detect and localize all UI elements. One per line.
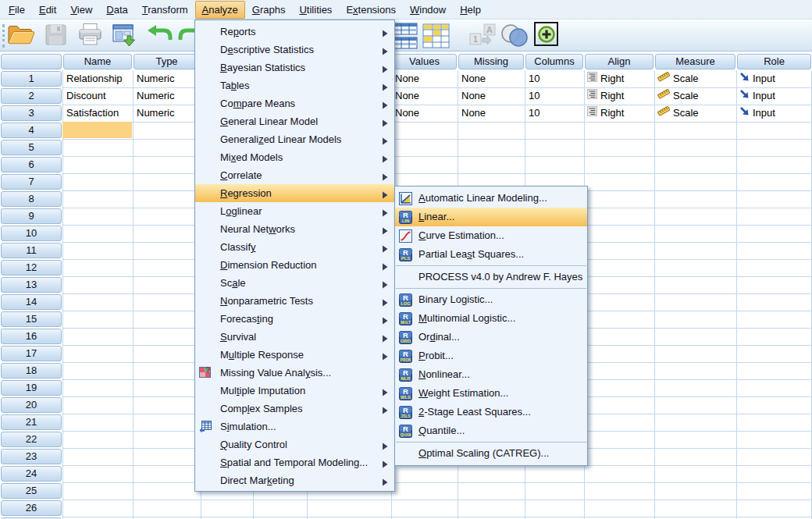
row-header-3[interactable]: 3 — [1, 105, 62, 121]
toolbar-button-venn-diagram[interactable] — [498, 23, 531, 51]
regression-submenu-item-nonlinear[interactable]: RNLRNonlinear... — [395, 365, 587, 384]
row-header-10[interactable]: 10 — [1, 226, 62, 241]
analyze-menu-item-spatial-and-temporal-modeling[interactable]: Spatial and Temporal Modeling... — [195, 453, 394, 471]
cell-measure-3[interactable]: Scale — [655, 105, 735, 121]
toolbar-button-value-labels-table[interactable] — [422, 23, 451, 52]
cell-missing-3[interactable]: None — [458, 105, 524, 121]
regression-submenu-item-probit[interactable]: RPROBProbit... — [395, 347, 587, 365]
toolbar-button-recall-dialogs[interactable] — [111, 23, 139, 50]
regression-submenu-item-linear[interactable]: RLINLinear... — [395, 208, 587, 226]
cell-align-2[interactable]: Right — [585, 87, 654, 104]
toolbar-button-add-plus-button[interactable] — [534, 22, 558, 46]
analyze-menu-item-reports[interactable]: Reports — [195, 23, 394, 41]
toolbar-button-undo[interactable] — [147, 23, 173, 47]
menu-utilities[interactable]: Utilities — [292, 1, 339, 19]
menu-transform[interactable]: Transform — [135, 1, 195, 19]
analyze-menu-item-neural-networks[interactable]: Neural Networks — [195, 220, 394, 238]
column-header-name[interactable]: Name — [63, 54, 132, 69]
cell-name-2[interactable]: Discount — [63, 87, 132, 104]
row-header-6[interactable]: 6 — [1, 157, 62, 172]
cell-measure-1[interactable]: Scale — [655, 70, 735, 87]
row-header-18[interactable]: 18 — [1, 363, 62, 379]
toolbar-button-save[interactable] — [44, 23, 68, 49]
analyze-menu-item-survival[interactable]: Survival — [195, 328, 394, 346]
regression-submenu-item-automatic-linear-modeling[interactable]: Automatic Linear Modeling... — [395, 189, 587, 208]
analyze-menu-item-generalized-linear-models[interactable]: Generalized Linear Models — [195, 130, 394, 148]
menu-graphs[interactable]: Graphs — [245, 1, 293, 19]
row-header-13[interactable]: 13 — [1, 277, 62, 293]
row-header-24[interactable]: 24 — [1, 466, 62, 482]
row-header-17[interactable]: 17 — [1, 346, 62, 361]
column-header-type[interactable]: Type — [134, 54, 200, 69]
analyze-menu-item-simulation[interactable]: Simulation... — [195, 418, 394, 435]
column-header-role[interactable]: Role — [737, 54, 811, 69]
analyze-menu-item-classify[interactable]: Classify — [195, 238, 394, 256]
row-header-23[interactable]: 23 — [1, 449, 62, 464]
row-header-1[interactable]: 1 — [1, 71, 62, 87]
regression-submenu-item-process-v4-0-by-andrew-f-hayes[interactable]: PROCESS v4.0 by Andrew F. Hayes — [395, 268, 587, 286]
cell-columns-1[interactable]: 10 — [525, 70, 583, 87]
row-header-14[interactable]: 14 — [1, 294, 62, 310]
row-header-8[interactable]: 8 — [1, 191, 62, 207]
menu-edit[interactable]: Edit — [32, 1, 63, 19]
toolbar-button-show-variables[interactable]: A1 — [467, 23, 501, 49]
row-header-2[interactable]: 2 — [1, 88, 62, 104]
row-header-15[interactable]: 15 — [1, 311, 62, 327]
row-header-16[interactable]: 16 — [1, 329, 62, 344]
cell-columns-2[interactable]: 10 — [525, 87, 583, 104]
cell-columns-3[interactable]: 10 — [525, 105, 583, 121]
cell-values-3[interactable]: None — [392, 105, 457, 121]
cell-role-1[interactable]: Input — [737, 70, 811, 87]
cell-type-1[interactable]: Numeric — [134, 70, 200, 87]
menu-help[interactable]: Help — [453, 1, 488, 19]
row-header-4[interactable]: 4 — [1, 123, 62, 138]
row-header-7[interactable]: 7 — [1, 174, 62, 190]
analyze-menu-item-nonparametric-tests[interactable]: Nonparametric Tests — [195, 292, 394, 310]
cell-type-2[interactable]: Numeric — [134, 87, 200, 104]
analyze-menu-item-dimension-reduction[interactable]: Dimension Reduction — [195, 256, 394, 274]
analyze-menu-item-missing-value-analysis[interactable]: ?Missing Value Analysis... — [195, 364, 394, 382]
row-header-9[interactable]: 9 — [1, 208, 62, 224]
toolbar-button-split-file-tables[interactable] — [392, 23, 418, 52]
column-header-missing[interactable]: Missing — [458, 54, 524, 69]
analyze-menu-item-scale[interactable]: Scale — [195, 274, 394, 292]
analyze-menu-item-forecasting[interactable]: Forecasting — [195, 310, 394, 328]
analyze-menu-item-general-linear-model[interactable]: General Linear Model — [195, 112, 394, 130]
analyze-menu-item-complex-samples[interactable]: Complex Samples — [195, 400, 394, 418]
analyze-menu-item-compare-means[interactable]: Compare Means — [195, 94, 394, 112]
regression-submenu-item-multinomial-logistic[interactable]: RMULTMultinomial Logistic... — [395, 309, 587, 328]
regression-submenu-item-ordinal[interactable]: RORDOrdinal... — [395, 328, 587, 347]
cell-align-1[interactable]: Right — [585, 70, 654, 87]
analyze-menu-item-quality-control[interactable]: Quality Control — [195, 435, 394, 453]
toolbar-button-print[interactable] — [77, 23, 104, 50]
regression-submenu-item-curve-estimation[interactable]: Curve Estimation... — [395, 226, 587, 245]
analyze-menu-item-tables[interactable]: Tables — [195, 76, 394, 94]
menu-file[interactable]: File — [2, 1, 32, 19]
toolbar-button-open-file[interactable] — [6, 23, 36, 49]
column-header-columns[interactable]: Columns — [525, 54, 583, 69]
regression-submenu-item-quantile[interactable]: RQUANQuantile... — [395, 421, 587, 440]
menu-analyze[interactable]: Analyze — [195, 1, 245, 19]
cell-values-1[interactable]: None — [392, 70, 457, 87]
cell-missing-2[interactable]: None — [458, 87, 524, 104]
analyze-menu-item-correlate[interactable]: Correlate — [195, 166, 394, 184]
grid-corner-cell[interactable] — [1, 54, 62, 69]
cell-name-1[interactable]: Relationship — [63, 70, 132, 87]
regression-submenu-item-partial-least-squares[interactable]: RPLSPartial Least Squares... — [395, 245, 587, 264]
cell-measure-2[interactable]: Scale — [655, 87, 735, 104]
column-header-values[interactable]: Values — [392, 54, 457, 69]
cell-name-3[interactable]: Satisfaction — [63, 105, 132, 121]
regression-submenu-item-optimal-scaling-catreg[interactable]: Optimal Scaling (CATREG)... — [395, 444, 587, 463]
regression-submenu-item-binary-logistic[interactable]: RLOGBinary Logistic... — [395, 290, 587, 309]
analyze-menu-item-descriptive-statistics[interactable]: Descriptive Statistics — [195, 41, 394, 59]
column-header-align[interactable]: Align — [585, 54, 654, 69]
analyze-menu-item-loglinear[interactable]: Loglinear — [195, 202, 394, 220]
row-header-22[interactable]: 22 — [1, 432, 62, 447]
analyze-menu-item-regression[interactable]: Regression — [195, 184, 394, 202]
cell-align-3[interactable]: Right — [585, 105, 654, 121]
row-header-12[interactable]: 12 — [1, 260, 62, 275]
menu-data[interactable]: Data — [99, 1, 134, 19]
menu-window[interactable]: Window — [403, 1, 453, 19]
selected-cell[interactable] — [62, 122, 132, 138]
cell-type-3[interactable]: Numeric — [134, 105, 200, 121]
